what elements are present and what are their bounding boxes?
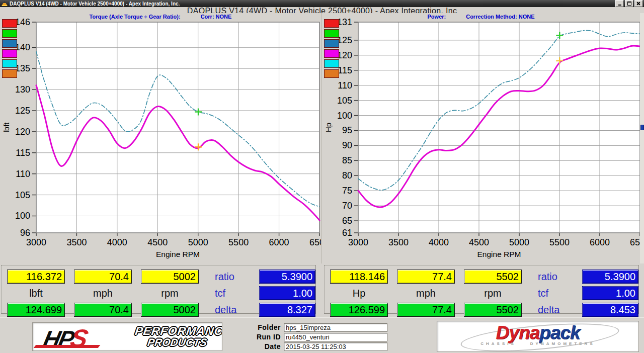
- svg-text:115: 115: [16, 148, 30, 158]
- hps-logo-text: PERFORMANCE PRODUCTS: [133, 325, 222, 348]
- svg-text:105: 105: [15, 190, 30, 200]
- delta-value: 8.453: [582, 303, 638, 317]
- legend-swatch-3[interactable]: [2, 49, 17, 58]
- svg-text:130: 130: [15, 84, 30, 95]
- power-cursor-rpm: 5502: [464, 270, 522, 284]
- svg-text:4500: 4500: [147, 237, 168, 247]
- close-button[interactable]: [634, 0, 643, 7]
- legend-swatch-2[interactable]: [2, 39, 17, 48]
- date-field-row: Date: [236, 342, 387, 351]
- svg-text:135: 135: [15, 63, 30, 73]
- legend-swatch-1[interactable]: [2, 29, 17, 38]
- power-cursor-mph: 77.4: [397, 270, 455, 284]
- folder-label: Folder: [236, 323, 281, 331]
- legend-swatch-5[interactable]: [324, 69, 339, 78]
- svg-text:6000: 6000: [269, 237, 289, 247]
- power-chart-title: Power:: [428, 14, 446, 20]
- svg-text:96: 96: [20, 228, 30, 238]
- svg-text:lbft: lbft: [2, 122, 11, 133]
- run-id-input[interactable]: [284, 333, 387, 341]
- speed-unit-label: mph: [397, 288, 455, 299]
- ratio-value: 5.3900: [582, 270, 638, 284]
- date-label: Date: [236, 342, 281, 350]
- tcf-label: tcf: [531, 288, 573, 299]
- run-id-field-row: Run ID: [236, 332, 387, 341]
- restore-button[interactable]: [625, 0, 633, 7]
- torque-cursor-value: 116.372: [7, 270, 65, 284]
- legend-swatch-1[interactable]: [324, 29, 339, 38]
- titlebar-title: DAQPLUS V14 (4WD - Motor Vehicle 2500+40…: [10, 1, 614, 7]
- svg-text:95: 95: [342, 125, 352, 135]
- date-input[interactable]: [284, 342, 387, 351]
- folder-field-row: Folder: [236, 323, 387, 332]
- power-chart-plot[interactable]: 1311251201151101051009590858075706561300…: [322, 14, 640, 264]
- torque-reference-rpm: 5002: [141, 303, 199, 317]
- svg-text:5000: 5000: [509, 237, 529, 247]
- power-chart-header: Power: Correction Method: NONE: [322, 14, 640, 20]
- torque-chart-plot[interactable]: 1461401351301251201151101051009630003500…: [0, 14, 321, 264]
- svg-text:85: 85: [342, 155, 352, 165]
- power-chart-panel: Power: Correction Method: NONE 131125120…: [322, 13, 640, 263]
- svg-text:140: 140: [15, 42, 30, 52]
- svg-text:61: 61: [342, 228, 352, 238]
- speed-unit-label: mph: [74, 288, 132, 299]
- power-reference-mph: 77.4: [397, 303, 455, 317]
- delta-label: delta: [531, 304, 573, 316]
- right-margin-strip: [640, 13, 644, 263]
- svg-text:5500: 5500: [228, 237, 249, 247]
- svg-text:3500: 3500: [66, 237, 87, 247]
- svg-text:3500: 3500: [388, 237, 409, 247]
- torque-chart-header: Torque (Axle Torque ÷ Gear Ratio): Corr:…: [0, 14, 321, 20]
- tcf-label: tcf: [208, 288, 250, 299]
- overlapped-window-fragment: [640, 125, 644, 130]
- power-reference-value: 126.599: [330, 303, 388, 317]
- legend-swatch-0[interactable]: [2, 19, 17, 28]
- delta-value: 8.327: [259, 303, 315, 317]
- svg-text:110: 110: [338, 80, 352, 91]
- rpm-unit-label: rpm: [141, 288, 199, 299]
- svg-text:4000: 4000: [429, 237, 449, 247]
- minimize-icon: [618, 5, 621, 6]
- torque-chart-panel: Torque (Axle Torque ÷ Gear Ratio): Corr:…: [0, 13, 322, 263]
- hps-logo-swoosh: [34, 345, 101, 348]
- power-reference-rpm: 5502: [464, 303, 522, 317]
- svg-text:4500: 4500: [469, 237, 489, 247]
- legend-swatch-5[interactable]: [2, 69, 17, 78]
- minimize-button[interactable]: [615, 0, 624, 7]
- legend-swatch-4[interactable]: [2, 59, 17, 68]
- restore-icon: [627, 2, 631, 6]
- folder-input[interactable]: [284, 323, 387, 332]
- svg-text:90: 90: [342, 140, 352, 150]
- hps-logo: HPS PERFORMANCE PRODUCTS: [32, 322, 222, 351]
- run-id-label: Run ID: [236, 333, 281, 341]
- legend-swatch-4[interactable]: [324, 59, 339, 68]
- app-icon: [2, 1, 8, 6]
- svg-text:120: 120: [15, 127, 30, 137]
- power-meter-panel: 118.146 77.4 5502 ratio 5.3900 Hp mph rp…: [324, 265, 639, 314]
- svg-text:5500: 5500: [549, 237, 570, 247]
- svg-text:Engine RPM: Engine RPM: [156, 250, 200, 258]
- tcf-value: 1.00: [582, 286, 638, 300]
- svg-text:Hp: Hp: [324, 123, 333, 132]
- ratio-label: ratio: [208, 271, 250, 283]
- torque-reference-mph: 70.4: [74, 303, 132, 317]
- torque-cursor-rpm: 5002: [141, 270, 199, 284]
- torque-channel-legend[interactable]: [2, 19, 17, 79]
- dynapack-subtext: CHASSISDYNAMOMETERS: [437, 341, 638, 346]
- svg-text:75: 75: [342, 186, 352, 196]
- svg-text:125: 125: [337, 35, 352, 45]
- svg-text:6000: 6000: [590, 237, 610, 247]
- svg-text:6500: 6500: [309, 237, 321, 247]
- legend-swatch-2[interactable]: [324, 39, 339, 48]
- torque-cursor-mph: 70.4: [74, 270, 132, 284]
- power-cursor-value: 118.146: [330, 270, 388, 284]
- svg-text:Engine RPM: Engine RPM: [477, 250, 521, 258]
- torque-meter-panel: 116.372 70.4 5002 ratio 5.3900 lbft mph …: [1, 265, 316, 314]
- dynapack-wordmark: Dynapack: [437, 322, 638, 343]
- power-channel-legend[interactable]: [324, 19, 339, 79]
- svg-text:6500: 6500: [630, 237, 640, 247]
- legend-swatch-0[interactable]: [324, 19, 339, 28]
- titlebar: DAQPLUS V14 (4WD - Motor Vehicle 2500+40…: [0, 0, 644, 7]
- legend-swatch-3[interactable]: [324, 49, 339, 58]
- delta-label: delta: [208, 304, 250, 316]
